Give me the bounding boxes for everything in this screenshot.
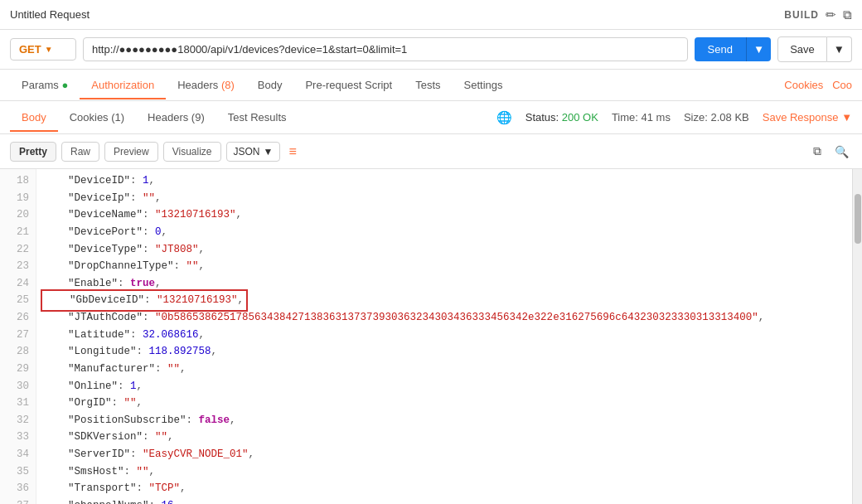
line-number: 32 <box>0 412 36 429</box>
line-number: 25 <box>0 292 36 309</box>
resp-tab-test-results[interactable]: Test Results <box>216 104 298 132</box>
line-number: 29 <box>0 361 36 378</box>
highlighted-line: "GbDeviceID": "13210716193", <box>43 292 245 309</box>
code-line: "DevicePort": 0, <box>43 224 845 241</box>
format-label: JSON <box>234 146 260 158</box>
tab-params[interactable]: Params ● <box>10 72 80 99</box>
resp-tab-cookies[interactable]: Cookies (1) <box>58 104 136 132</box>
method-select[interactable]: GET ▼ <box>10 38 76 61</box>
headers-badge: (8) <box>221 79 235 91</box>
wrap-icon[interactable]: ≡ <box>288 144 296 159</box>
status-label: Status: 200 OK <box>525 111 598 124</box>
code-line: "DeviceType": "JT808", <box>43 241 845 259</box>
send-button-group: Send ▼ <box>695 37 772 61</box>
line-number: 31 <box>0 395 36 412</box>
format-bar: Pretty Raw Preview Visualize JSON ▼ ≡ ⧉ … <box>0 134 862 169</box>
edit-icon[interactable]: ✏ <box>826 7 836 22</box>
code-line: "Manufacturer": "", <box>43 361 845 378</box>
url-bar: GET ▼ Send ▼ Save ▼ <box>0 30 862 70</box>
window-title: Untitled Request <box>10 8 90 21</box>
code-line: "OrgID": "", <box>43 395 845 412</box>
globe-icon: 🌐 <box>496 110 512 125</box>
build-button[interactable]: BUILD <box>784 9 819 21</box>
line-number: 28 <box>0 343 36 361</box>
line-number: 19 <box>0 190 36 207</box>
code-line: "DeviceID": 1, <box>43 172 845 190</box>
save-response-button[interactable]: Save Response ▼ <box>763 111 852 124</box>
status-value: 200 OK <box>562 111 598 124</box>
code-line: "SmsHost": "", <box>43 463 845 481</box>
scrollbar[interactable] <box>852 169 862 504</box>
format-right-actions: ⧉ 🔍 <box>810 143 852 160</box>
size-value: 2.08 KB <box>710 111 748 124</box>
line-number: 30 <box>0 378 36 395</box>
tab-headers[interactable]: Headers (8) <box>166 72 246 99</box>
line-number: 35 <box>0 463 36 481</box>
code-line: "JTAuthCode": "0b58653862517856343842713… <box>43 309 845 327</box>
title-bar: Untitled Request BUILD ✏ ⧉ <box>0 0 862 30</box>
response-tabs: Body Cookies (1) Headers (9) Test Result… <box>0 101 862 134</box>
line-number: 24 <box>0 275 36 293</box>
line-numbers: 1819202122232425262728293031323334353637… <box>0 169 36 504</box>
json-code: "DeviceID": 1, "DeviceIp": "", "DeviceNa… <box>36 169 852 504</box>
code-line: "Latitude": 32.068616, <box>43 327 845 344</box>
code-line: "DeviceName": "13210716193", <box>43 206 845 224</box>
json-container: 1819202122232425262728293031323334353637… <box>0 169 862 504</box>
line-number: 18 <box>0 172 36 190</box>
line-number: 23 <box>0 258 36 275</box>
params-badge: ● <box>61 79 68 91</box>
code-line: "channelNums": 16, <box>43 497 845 504</box>
cookies-link[interactable]: Cookies Coo <box>784 79 852 91</box>
format-select[interactable]: JSON ▼ <box>226 142 281 162</box>
line-number: 27 <box>0 327 36 344</box>
tab-tests[interactable]: Tests <box>404 72 452 99</box>
line-number: 37 <box>0 497 36 504</box>
save-dropdown-button[interactable]: ▼ <box>827 36 852 62</box>
title-bar-left: Untitled Request <box>10 8 90 21</box>
code-line: "Longitude": 118.892758, <box>43 343 845 361</box>
method-chevron-icon: ▼ <box>45 45 53 54</box>
line-number: 36 <box>0 480 36 497</box>
raw-button[interactable]: Raw <box>61 142 99 162</box>
preview-button[interactable]: Preview <box>104 142 158 162</box>
save-button[interactable]: Save <box>777 36 827 62</box>
line-number: 22 <box>0 241 36 259</box>
scroll-thumb[interactable] <box>855 194 861 244</box>
tab-prerequest[interactable]: Pre-request Script <box>293 72 404 99</box>
url-input[interactable] <box>83 37 688 61</box>
method-label: GET <box>19 43 41 56</box>
visualize-button[interactable]: Visualize <box>163 142 221 162</box>
tab-authorization[interactable]: Authorization <box>80 72 166 99</box>
line-number: 26 <box>0 309 36 327</box>
code-line: "Online": 1, <box>43 378 845 395</box>
code-line: "DropChannelType": "", <box>43 258 845 275</box>
line-number: 34 <box>0 446 36 463</box>
line-number: 20 <box>0 206 36 224</box>
code-line: "Enable": true, <box>43 275 845 293</box>
resp-tab-headers[interactable]: Headers (9) <box>136 104 216 132</box>
pretty-button[interactable]: Pretty <box>10 142 56 162</box>
send-dropdown-button[interactable]: ▼ <box>746 37 771 61</box>
time-value: 41 ms <box>642 111 671 124</box>
search-response-button[interactable]: 🔍 <box>831 143 852 160</box>
copy-response-button[interactable]: ⧉ <box>810 143 825 160</box>
copy-icon[interactable]: ⧉ <box>843 7 852 22</box>
code-line: "ServerID": "EasyCVR_NODE_01", <box>43 446 845 463</box>
code-line: "DeviceIp": "", <box>43 190 845 207</box>
save-button-group: Save ▼ <box>777 36 852 62</box>
response-meta: 🌐 Status: 200 OK Time: 41 ms Size: 2.08 … <box>496 110 852 125</box>
size-label: Size: 2.08 KB <box>684 111 749 124</box>
code-line: "SDKVersion": "", <box>43 429 845 446</box>
time-label: Time: 41 ms <box>612 111 671 124</box>
title-bar-right: BUILD ✏ ⧉ <box>784 7 852 22</box>
request-tabs: Params ● Authorization Headers (8) Body … <box>0 70 862 101</box>
line-number: 21 <box>0 224 36 241</box>
code-line: "GbDeviceID": "13210716193", <box>43 292 845 309</box>
send-button[interactable]: Send <box>695 37 746 61</box>
tab-settings[interactable]: Settings <box>453 72 515 99</box>
resp-tab-body[interactable]: Body <box>10 104 58 132</box>
tab-body[interactable]: Body <box>246 72 294 99</box>
format-chevron-icon: ▼ <box>264 146 274 158</box>
code-line: "Transport": "TCP", <box>43 480 845 497</box>
line-number: 33 <box>0 429 36 446</box>
